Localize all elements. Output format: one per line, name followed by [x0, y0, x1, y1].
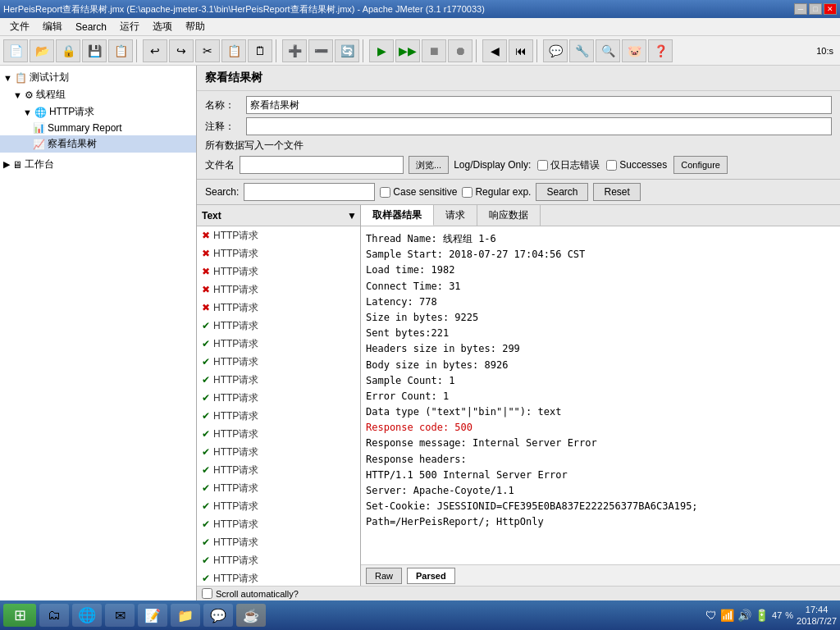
detail-tab-取样器结果[interactable]: 取样器结果: [361, 205, 434, 226]
undo-button[interactable]: ↩: [143, 39, 167, 62]
list-item[interactable]: ✔HTTP请求: [197, 353, 360, 371]
menu-item-Search[interactable]: Search: [69, 20, 113, 34]
errors-only-checkbox[interactable]: [537, 160, 548, 171]
raw-button[interactable]: Raw: [366, 568, 402, 584]
start-button[interactable]: ▶: [369, 39, 394, 62]
record-button[interactable]: ⏺: [448, 39, 472, 62]
list-item[interactable]: ✖HTTP请求: [197, 226, 360, 244]
prev-button[interactable]: ◀: [482, 39, 507, 62]
list-header-dropdown[interactable]: ▼: [344, 210, 360, 221]
regexp-checkbox[interactable]: [462, 187, 472, 198]
refresh-button[interactable]: 🔄: [335, 39, 359, 62]
list-item[interactable]: ✔HTTP请求: [197, 551, 360, 569]
save-button[interactable]: 💾: [82, 39, 107, 62]
copy-button[interactable]: 📋: [108, 39, 133, 62]
taskbar-chrome[interactable]: 🌐: [72, 604, 102, 627]
sidebar-item-resulttree[interactable]: 📈 察看结果树: [0, 135, 196, 153]
detail-panel: 取样器结果请求响应数据 Thread Name: 线程组 1-6Sample S…: [361, 205, 840, 586]
list-item-label: HTTP请求: [213, 301, 258, 315]
list-item[interactable]: ✖HTTP请求: [197, 281, 360, 299]
list-item[interactable]: ✔HTTP请求: [197, 443, 360, 461]
sidebar-item-summaryreport[interactable]: 📊 Summary Report: [0, 121, 196, 135]
sidebar-item-threadgroup[interactable]: ▼ ⚙ 线程组: [0, 86, 196, 103]
redo-button[interactable]: ↪: [169, 39, 194, 62]
chat-button[interactable]: 💬: [543, 39, 568, 62]
search-button[interactable]: Search: [536, 183, 588, 201]
detail-tab-请求[interactable]: 请求: [434, 205, 477, 226]
expand-icon-threadgroup: ▼: [13, 90, 22, 100]
successes-checkbox[interactable]: [606, 160, 617, 171]
taskbar-word[interactable]: 📝: [138, 604, 167, 627]
list-item[interactable]: ✔HTTP请求: [197, 371, 360, 389]
list-item[interactable]: ✔HTTP请求: [197, 335, 360, 353]
configure-button[interactable]: Configure: [673, 156, 728, 174]
log-display-label: Log/Display Only:: [454, 159, 531, 171]
sidebar-item-httprequest[interactable]: ▼ 🌐 HTTP请求: [0, 103, 196, 121]
tools-button[interactable]: 🔧: [569, 39, 594, 62]
file-input[interactable]: [240, 156, 404, 174]
reset-button[interactable]: Reset: [593, 183, 640, 201]
stop-button[interactable]: ⏹: [422, 39, 446, 62]
menu-item-帮助[interactable]: 帮助: [179, 18, 212, 35]
minimize-button[interactable]: ─: [794, 3, 807, 15]
successes-label[interactable]: Successes: [606, 159, 667, 171]
add-button[interactable]: ➕: [282, 39, 307, 62]
list-item[interactable]: ✔HTTP请求: [197, 533, 360, 551]
detail-content: Thread Name: 线程组 1-6Sample Start: 2018-0…: [361, 226, 840, 564]
name-input[interactable]: [246, 96, 832, 114]
menu-item-文件[interactable]: 文件: [3, 18, 36, 35]
success-icon: ✔: [202, 482, 210, 494]
label-httprequest: HTTP请求: [49, 105, 94, 119]
clear-button[interactable]: 🗒: [248, 39, 272, 62]
list-item-label: HTTP请求: [213, 445, 258, 459]
lock-button[interactable]: 🔒: [56, 39, 80, 62]
errors-only-label[interactable]: 仅日志错误: [537, 158, 600, 172]
taskbar-battery-pct: 47: [772, 610, 782, 620]
remove-button[interactable]: ➖: [308, 39, 333, 62]
menu-item-运行[interactable]: 运行: [113, 18, 146, 35]
list-item[interactable]: ✖HTTP请求: [197, 262, 360, 281]
list-item[interactable]: ✔HTTP请求: [197, 461, 360, 479]
taskbar-mail[interactable]: ✉: [105, 604, 135, 627]
close-button[interactable]: ✕: [824, 3, 837, 15]
new-button[interactable]: 📄: [3, 39, 28, 62]
paste-button[interactable]: 📋: [221, 39, 246, 62]
maximize-button[interactable]: □: [809, 3, 822, 15]
sidebar-item-workbench[interactable]: ▶ 🖥 工作台: [0, 156, 196, 173]
start-all-button[interactable]: ▶▶: [395, 39, 420, 62]
sidebar-item-testplan[interactable]: ▼ 📋 测试计划: [0, 69, 196, 86]
list-item[interactable]: ✔HTTP请求: [197, 389, 360, 407]
case-sensitive-label[interactable]: Case sensitive: [380, 186, 457, 198]
list-item[interactable]: ✖HTTP请求: [197, 244, 360, 262]
first-button[interactable]: ⏮: [509, 39, 533, 62]
start-button[interactable]: ⊞: [3, 604, 36, 627]
case-sensitive-checkbox[interactable]: [380, 187, 390, 198]
open-button[interactable]: 📂: [30, 39, 54, 62]
list-item[interactable]: ✔HTTP请求: [197, 569, 360, 586]
search-input[interactable]: [244, 183, 375, 201]
help-button[interactable]: ❓: [648, 39, 673, 62]
icon-workbench: 🖥: [12, 159, 22, 171]
scroll-auto-label[interactable]: Scroll automatically?: [202, 588, 299, 599]
browse-button[interactable]: 浏览...: [409, 156, 449, 174]
list-item[interactable]: ✔HTTP请求: [197, 515, 360, 533]
search-toolbar-button[interactable]: 🔍: [596, 39, 620, 62]
regexp-label[interactable]: Regular exp.: [462, 186, 531, 198]
comment-input[interactable]: [246, 117, 832, 135]
list-item[interactable]: ✔HTTP请求: [197, 497, 360, 515]
list-item[interactable]: ✖HTTP请求: [197, 299, 360, 317]
cut-button[interactable]: ✂: [195, 39, 220, 62]
taskbar-folder[interactable]: 📁: [171, 604, 200, 627]
menu-item-选项[interactable]: 选项: [146, 18, 179, 35]
scroll-auto-checkbox[interactable]: [202, 588, 212, 599]
taskbar-jmeter[interactable]: ☕: [236, 604, 266, 627]
menu-item-编辑[interactable]: 编辑: [36, 18, 69, 35]
list-item[interactable]: ✔HTTP请求: [197, 317, 360, 335]
taskbar-explorer[interactable]: 🗂: [39, 604, 69, 627]
parsed-button[interactable]: Parsed: [407, 568, 455, 584]
taskbar-chat[interactable]: 💬: [203, 604, 233, 627]
list-item[interactable]: ✔HTTP请求: [197, 479, 360, 497]
list-item[interactable]: ✔HTTP请求: [197, 425, 360, 443]
detail-tab-响应数据[interactable]: 响应数据: [477, 205, 541, 226]
list-item[interactable]: ✔HTTP请求: [197, 407, 360, 425]
